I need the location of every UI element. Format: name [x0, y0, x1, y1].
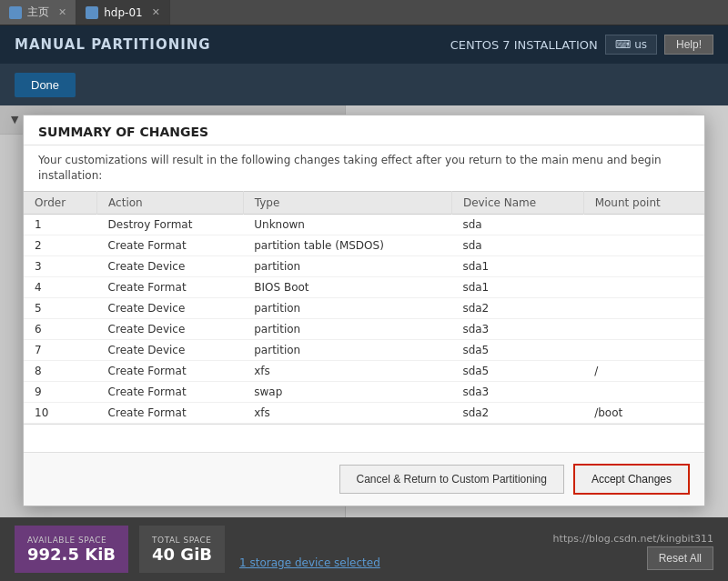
available-label: AVAILABLE SPACE: [27, 536, 116, 545]
cell-type: partition: [243, 297, 451, 318]
tab-home[interactable]: 主页 ✕: [0, 0, 76, 25]
header-right: CENTOS 7 INSTALLATION ⌨ us Help!: [450, 35, 713, 55]
lang-button[interactable]: ⌨ us: [605, 35, 657, 55]
table-header-row: Order Action Type Device Name Mount poin…: [24, 191, 704, 214]
storage-info: 1 storage device selected: [236, 526, 380, 573]
tab-home-close[interactable]: ✕: [58, 6, 66, 18]
cell-order: 3: [24, 255, 97, 276]
cell-action: Create Device: [97, 339, 244, 360]
cell-order: 7: [24, 339, 97, 360]
cell-type: partition: [243, 339, 451, 360]
done-bar: Done: [0, 64, 728, 105]
cell-device: sda3: [451, 318, 583, 339]
cell-order: 9: [24, 381, 97, 402]
total-space-box: TOTAL SPACE 40 GiB: [139, 526, 225, 573]
dialog-spacer: [24, 425, 704, 452]
cell-order: 1: [24, 214, 97, 235]
summary-description: Your customizations will result in the f…: [24, 145, 704, 191]
dialog-footer: Cancel & Return to Custom Partitioning A…: [24, 452, 704, 506]
bottom-bar: AVAILABLE SPACE 992.5 KiB TOTAL SPACE 40…: [0, 517, 728, 581]
summary-dialog: SUMMARY OF CHANGES Your customizations w…: [23, 115, 705, 506]
cell-device: sda1: [451, 255, 583, 276]
cell-device: sda5: [451, 339, 583, 360]
col-action: Action: [97, 191, 244, 214]
cell-action: Create Format: [97, 235, 244, 255]
content-area: ▼ New CentOS 7 Installation sda1 SUMMARY…: [0, 105, 728, 517]
tab-hdp01[interactable]: hdp-01 ✕: [76, 0, 170, 25]
cell-device: sda: [451, 214, 583, 235]
cell-device: sda2: [451, 402, 583, 423]
cell-mount: [583, 297, 704, 318]
cell-type: partition: [243, 255, 451, 276]
table-row: 5Create Devicepartitionsda2: [24, 297, 704, 318]
cell-device: sda: [451, 235, 583, 255]
cell-type: BIOS Boot: [243, 276, 451, 297]
cell-mount: [583, 214, 704, 235]
manual-partitioning-title: MANUAL PARTITIONING: [15, 36, 211, 53]
col-device: Device Name: [451, 191, 583, 214]
table-row: 6Create Devicepartitionsda3: [24, 318, 704, 339]
reset-all-button[interactable]: Reset All: [647, 546, 713, 570]
cell-mount: /boot: [583, 402, 704, 423]
table-row: 7Create Devicepartitionsda5: [24, 339, 704, 360]
table-row: 2Create Formatpartition table (MSDOS)sda: [24, 235, 704, 255]
tab-hdp01-label: hdp-01: [104, 6, 142, 19]
table-row: 9Create Formatswapsda3: [24, 381, 704, 402]
cell-type: Unknown: [243, 214, 451, 235]
cell-mount: [583, 235, 704, 255]
cell-device: sda5: [451, 360, 583, 381]
top-header: MANUAL PARTITIONING CENTOS 7 INSTALLATIO…: [0, 25, 728, 64]
url-display: https://blog.csdn.net/kingbit311: [553, 533, 713, 545]
tab-home-label: 主页: [27, 5, 49, 20]
col-mount: Mount point: [583, 191, 704, 214]
cell-device: sda2: [451, 297, 583, 318]
summary-title: SUMMARY OF CHANGES: [24, 115, 704, 145]
tab-hdp01-close[interactable]: ✕: [152, 6, 160, 18]
cell-order: 2: [24, 235, 97, 255]
cell-action: Create Format: [97, 402, 244, 423]
cell-action: Create Device: [97, 255, 244, 276]
home-icon: [9, 6, 22, 19]
done-button[interactable]: Done: [15, 73, 76, 97]
cell-order: 6: [24, 318, 97, 339]
table-row: 4Create FormatBIOS Bootsda1: [24, 276, 704, 297]
total-value: 40 GiB: [152, 545, 212, 564]
cell-device: sda3: [451, 381, 583, 402]
lang-label: us: [634, 38, 647, 51]
changes-table: Order Action Type Device Name Mount poin…: [24, 191, 704, 424]
cancel-button[interactable]: Cancel & Return to Custom Partitioning: [339, 465, 564, 494]
modal-overlay: SUMMARY OF CHANGES Your customizations w…: [0, 105, 728, 517]
cell-device: sda1: [451, 276, 583, 297]
cell-order: 8: [24, 360, 97, 381]
table-row: 10Create Formatxfssda2/boot: [24, 402, 704, 423]
cell-mount: [583, 318, 704, 339]
cell-order: 10: [24, 402, 97, 423]
changes-table-container: Order Action Type Device Name Mount poin…: [24, 191, 704, 425]
available-value: 992.5 KiB: [27, 545, 116, 564]
accept-changes-button[interactable]: Accept Changes: [573, 464, 690, 495]
cell-type: xfs: [243, 402, 451, 423]
cell-action: Create Format: [97, 360, 244, 381]
cell-order: 5: [24, 297, 97, 318]
total-label: TOTAL SPACE: [152, 536, 212, 545]
table-row: 1Destroy FormatUnknownsda: [24, 214, 704, 235]
cell-action: Create Device: [97, 318, 244, 339]
cell-mount: /: [583, 360, 704, 381]
col-order: Order: [24, 191, 97, 214]
cell-action: Create Device: [97, 297, 244, 318]
cell-action: Create Format: [97, 381, 244, 402]
storage-link[interactable]: 1 storage device selected: [239, 556, 380, 569]
cell-mount: [583, 381, 704, 402]
cell-action: Create Format: [97, 276, 244, 297]
help-button[interactable]: Help!: [664, 35, 713, 55]
cell-type: xfs: [243, 360, 451, 381]
cell-mount: [583, 255, 704, 276]
cell-mount: [583, 276, 704, 297]
centos-install-title: CENTOS 7 INSTALLATION: [450, 38, 598, 52]
cell-order: 4: [24, 276, 97, 297]
keyboard-icon: ⌨: [615, 38, 631, 51]
table-row: 3Create Devicepartitionsda1: [24, 255, 704, 276]
cell-type: swap: [243, 381, 451, 402]
available-space-box: AVAILABLE SPACE 992.5 KiB: [15, 526, 128, 573]
col-type: Type: [243, 191, 451, 214]
